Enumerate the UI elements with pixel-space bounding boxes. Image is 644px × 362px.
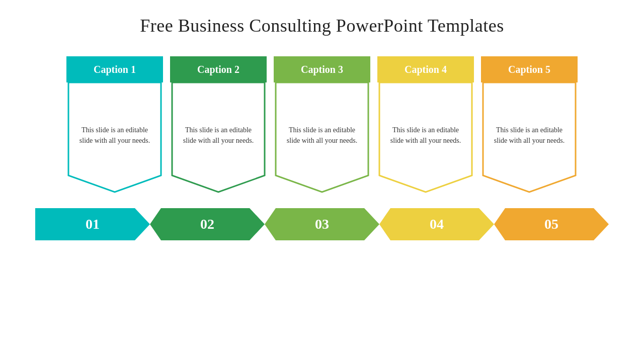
card-text-1: This slide is an editable slide with all… xyxy=(66,115,163,161)
card-caption-5: Caption 5 xyxy=(481,56,578,82)
slide-title: Free Business Consulting PowerPoint Temp… xyxy=(140,15,504,36)
card-text-3: This slide is an editable slide with all… xyxy=(274,115,370,161)
arrow-4: 04 xyxy=(379,208,494,240)
card-shape-4: This slide is an editable slide with all… xyxy=(377,82,474,193)
arrow-2: 02 xyxy=(150,208,265,240)
card-text-2: This slide is an editable slide with all… xyxy=(170,115,267,161)
arrow-1: 01 xyxy=(35,208,150,240)
card-text-5: This slide is an editable slide with all… xyxy=(481,115,578,161)
card-caption-2: Caption 2 xyxy=(170,56,267,82)
arrows-row: 0102030405 xyxy=(30,208,614,240)
slide: Free Business Consulting PowerPoint Temp… xyxy=(0,0,644,362)
svg-marker-6 xyxy=(150,208,265,240)
card-shape-3: This slide is an editable slide with all… xyxy=(274,82,370,193)
card-shape-2: This slide is an editable slide with all… xyxy=(170,82,267,193)
card-3: Caption 3This slide is an editable slide… xyxy=(274,56,370,193)
card-4: Caption 4This slide is an editable slide… xyxy=(377,56,474,193)
arrow-3: 03 xyxy=(265,208,379,240)
arrow-5: 05 xyxy=(494,208,609,240)
card-caption-1: Caption 1 xyxy=(66,56,163,82)
cards-row: Caption 1This slide is an editable slide… xyxy=(30,56,614,193)
card-2: Caption 2This slide is an editable slide… xyxy=(170,56,267,193)
svg-marker-7 xyxy=(265,208,379,240)
card-caption-3: Caption 3 xyxy=(274,56,370,82)
card-1: Caption 1This slide is an editable slide… xyxy=(66,56,163,193)
card-shape-5: This slide is an editable slide with all… xyxy=(481,82,578,193)
svg-marker-5 xyxy=(35,208,150,240)
card-shape-1: This slide is an editable slide with all… xyxy=(66,82,163,193)
card-text-4: This slide is an editable slide with all… xyxy=(377,115,474,161)
svg-marker-9 xyxy=(494,208,609,240)
card-caption-4: Caption 4 xyxy=(377,56,474,82)
card-5: Caption 5This slide is an editable slide… xyxy=(481,56,578,193)
svg-marker-8 xyxy=(379,208,494,240)
